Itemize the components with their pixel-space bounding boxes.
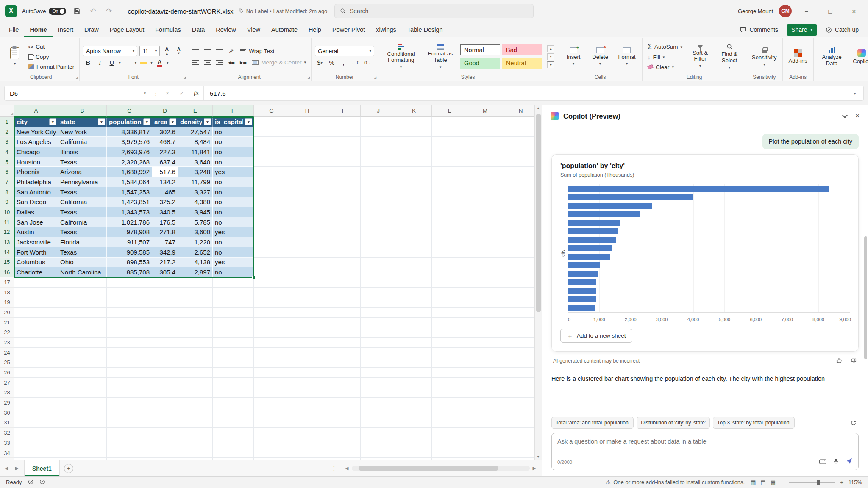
cell-M12[interactable] <box>467 227 503 238</box>
cell-C3[interactable]: 3,979,576 <box>107 137 152 147</box>
cell-C32[interactable] <box>107 428 152 438</box>
underline-button[interactable]: U <box>107 58 117 68</box>
cell-E6[interactable]: 3,248 <box>178 167 213 177</box>
suggestion-chip-3[interactable]: Top 3 'state' by total 'population' <box>713 417 795 429</box>
cell-E22[interactable] <box>178 327 213 338</box>
search-input[interactable]: Search <box>334 4 534 18</box>
cell-G19[interactable] <box>254 297 289 308</box>
cell-D11[interactable]: 176.5 <box>152 217 178 227</box>
cell-M19[interactable] <box>467 297 503 308</box>
cell-C10[interactable]: 1,343,573 <box>107 207 152 217</box>
cell-J33[interactable] <box>361 438 396 448</box>
cell-F27[interactable] <box>213 378 254 388</box>
cell-M33[interactable] <box>467 438 503 448</box>
cell-J1[interactable] <box>361 117 396 127</box>
cell-L20[interactable] <box>432 308 467 318</box>
expand-formula-bar-button[interactable]: ▾ <box>846 91 863 96</box>
format-cells-button[interactable]: Format▾ <box>615 47 639 67</box>
bold-button[interactable]: B <box>83 58 93 68</box>
cell-L6[interactable] <box>432 167 467 177</box>
cell-J29[interactable] <box>361 398 396 408</box>
row-header-15[interactable]: 15 <box>0 258 14 268</box>
cell-D26[interactable] <box>152 368 178 378</box>
cell-A26[interactable] <box>14 368 58 378</box>
cell-I18[interactable] <box>325 288 361 298</box>
cell-F9[interactable]: no <box>213 197 254 208</box>
cell-C31[interactable] <box>107 418 152 428</box>
cell-D18[interactable] <box>152 288 178 298</box>
cell-G11[interactable] <box>254 217 289 227</box>
cell-E8[interactable]: 3,327 <box>178 187 213 197</box>
cell-I6[interactable] <box>325 167 361 177</box>
ribbon-tab-data[interactable]: Data <box>186 22 211 37</box>
paste-button[interactable]: ▾ <box>6 46 24 67</box>
cell-A22[interactable] <box>14 327 58 338</box>
row-header-1[interactable]: 1 <box>0 117 14 127</box>
cell-A14[interactable]: Fort Worth <box>14 247 58 258</box>
cell-G34[interactable] <box>254 448 289 458</box>
dialog-launcher-icon[interactable]: ◢ <box>184 76 186 79</box>
cell-H25[interactable] <box>289 358 325 368</box>
cell-N4[interactable] <box>503 147 534 157</box>
cell-M20[interactable] <box>467 308 503 318</box>
cell-N10[interactable] <box>503 207 534 217</box>
cell-J24[interactable] <box>361 348 396 358</box>
cell-H10[interactable] <box>289 207 325 217</box>
cell-L2[interactable] <box>432 127 467 137</box>
prompt-guide-button[interactable] <box>819 458 826 466</box>
document-status[interactable]: No Label • Last Modified: 2m ago <box>239 8 328 14</box>
cell-H32[interactable] <box>289 428 325 438</box>
column-header-A[interactable]: A <box>14 105 58 117</box>
cell-E14[interactable]: 2,652 <box>178 247 213 258</box>
cell-J23[interactable] <box>361 338 396 348</box>
cell-K24[interactable] <box>396 348 432 358</box>
cell-F19[interactable] <box>213 297 254 308</box>
cell-J15[interactable] <box>361 258 396 268</box>
cell-G1[interactable] <box>254 117 289 127</box>
fill-button[interactable]: ↓Fill▾ <box>646 53 684 61</box>
cell-N20[interactable] <box>503 308 534 318</box>
column-header-J[interactable]: J <box>361 105 396 117</box>
cell-D31[interactable] <box>152 418 178 428</box>
cell-M28[interactable] <box>467 388 503 398</box>
cell-C22[interactable] <box>107 327 152 338</box>
cell-K33[interactable] <box>396 438 432 448</box>
cell-C13[interactable]: 911,507 <box>107 237 152 247</box>
cell-K19[interactable] <box>396 297 432 308</box>
column-header-N[interactable]: N <box>503 105 534 117</box>
zoom-in-button[interactable]: ＋ <box>839 479 845 486</box>
cell-L13[interactable] <box>432 237 467 247</box>
row-header-5[interactable]: 5 <box>0 157 14 167</box>
cell-K2[interactable] <box>396 127 432 137</box>
cell-D3[interactable]: 468.7 <box>152 137 178 147</box>
table-header-cell-density[interactable]: density▾ <box>178 117 213 127</box>
cell-M32[interactable] <box>467 428 503 438</box>
cell-B15[interactable]: Ohio <box>58 258 107 268</box>
cell-M35[interactable] <box>467 458 503 460</box>
row-header-26[interactable]: 26 <box>0 368 14 378</box>
cell-F3[interactable]: no <box>213 137 254 147</box>
cell-I17[interactable] <box>325 277 361 288</box>
cell-H20[interactable] <box>289 308 325 318</box>
close-panel-button[interactable]: × <box>855 112 860 120</box>
column-header-G[interactable]: G <box>254 105 289 117</box>
cell-H8[interactable] <box>289 187 325 197</box>
cell-K14[interactable] <box>396 247 432 258</box>
cell-G12[interactable] <box>254 227 289 238</box>
cell-L14[interactable] <box>432 247 467 258</box>
cell-L18[interactable] <box>432 288 467 298</box>
cell-M23[interactable] <box>467 338 503 348</box>
cell-J18[interactable] <box>361 288 396 298</box>
cell-K34[interactable] <box>396 448 432 458</box>
cell-G32[interactable] <box>254 428 289 438</box>
cell-H17[interactable] <box>289 277 325 288</box>
cell-B2[interactable]: New York <box>58 127 107 137</box>
cell-E24[interactable] <box>178 348 213 358</box>
filter-button-population[interactable]: ▾ <box>143 118 150 125</box>
cell-D21[interactable] <box>152 318 178 328</box>
undo-button[interactable]: ↶ <box>87 6 98 17</box>
cell-G28[interactable] <box>254 388 289 398</box>
fill-color-button[interactable] <box>139 58 148 68</box>
ribbon-tab-home[interactable]: Home <box>24 22 52 37</box>
cell-E29[interactable] <box>178 398 213 408</box>
